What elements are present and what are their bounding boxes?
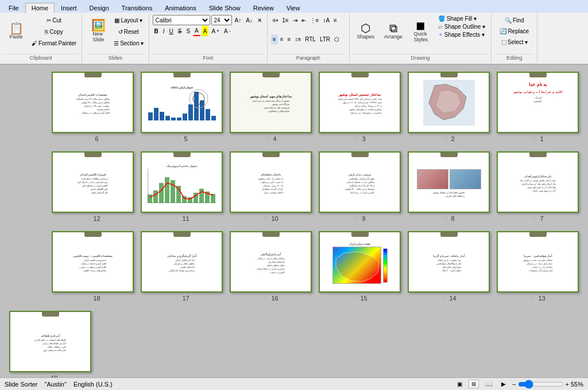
slide-star-7[interactable]: ☆ (532, 214, 537, 222)
arrange-button[interactable]: ⧉ Arrange (381, 15, 406, 47)
shape-effects-arrow[interactable]: ▾ (482, 32, 485, 38)
shape-fill-arrow[interactable]: ▾ (474, 15, 477, 22)
slide-thumb-1[interactable]: به نام خدا اقلیم و شرایط آب و هوایی بوشه… (497, 72, 579, 133)
slide-star-11[interactable]: ☆ (174, 214, 180, 222)
slide-thumb-5[interactable]: نمودار بارش ماهانه (141, 72, 223, 133)
slide-star-1[interactable]: ☆ (532, 135, 537, 142)
quick-styles-button[interactable]: ◼ QuickStyles (408, 15, 434, 47)
slide-thumb-3[interactable]: ساختار جمعیتی استان بوشهر ستاد دائمی بر … (319, 72, 401, 133)
slide-thumb-10[interactable]: بادهای منطقه‌ای باد شمال: باد خنک و مطبو… (230, 151, 312, 213)
slideshow-view-button[interactable]: ▶ (498, 380, 509, 388)
bold-button[interactable]: B (153, 26, 160, 36)
col-button[interactable]: ⋮≡ (308, 15, 321, 25)
slide-thumb-17[interactable]: آمار گردشگری و ساحلی آمار گردشگران استان… (141, 231, 223, 292)
increase-font-button[interactable]: A↑ (233, 15, 243, 25)
slide-thumb-12[interactable]: تغییرات اقلیمی استان بر اساس مطالعات انج… (52, 151, 134, 213)
highlight-button[interactable]: A (202, 26, 209, 36)
shadow-button[interactable]: S (184, 26, 192, 36)
slide-thumb-6[interactable]: مشخصات اقلیمی استان میانگین دمای سالانه … (52, 72, 134, 133)
find-button[interactable]: 🔍 Find (498, 15, 531, 25)
align-right-button[interactable]: ≡ (278, 34, 285, 45)
justify-button[interactable]: ≡ (286, 34, 293, 45)
tab-file[interactable]: File (2, 3, 25, 13)
slide-star-6[interactable]: ☆ (87, 135, 92, 142)
slide-sorter-view-button[interactable]: ⊞ (469, 380, 479, 388)
smartart-button[interactable]: ⬡ (332, 34, 341, 45)
slide-thumb-13[interactable]: آمار هواشناسی - سرما حداقل دمای ثبت شده … (497, 231, 579, 292)
slide-thumb-2[interactable] (408, 72, 490, 133)
zoom-out-button[interactable]: − (512, 381, 516, 388)
slide-thumb-16[interactable]: آمر بارش/پراکنش پراکنش مکانی بارش در است… (230, 231, 312, 292)
select-button[interactable]: ⬚ Select ▾ (498, 37, 531, 47)
slide-star-2[interactable]: ☆ (443, 135, 448, 142)
tab-transitions[interactable]: Transitions (115, 3, 158, 13)
indent-more-button[interactable]: ⇥ (291, 15, 299, 25)
slide-thumb-18[interactable]: مشخصات اقلیمی – زیست اقلیمی تقسیم‌بندی ا… (52, 231, 134, 292)
line-spacing-button[interactable]: ↕≡ (293, 34, 303, 45)
reset-button[interactable]: ↺ Reset (112, 26, 145, 37)
tab-animations[interactable]: Animations (158, 3, 202, 13)
slide-thumb-11[interactable]: نمودار منحنی امبروترمیک (141, 151, 223, 213)
new-slide-button[interactable]: 🖼️ NewSlide (86, 15, 111, 47)
slide-star-13[interactable]: ☆ (530, 294, 536, 302)
italic-button[interactable]: I (161, 26, 167, 36)
clear-format-button[interactable]: ✕ (256, 15, 264, 25)
cut-button[interactable]: ✂ Cut (30, 15, 78, 25)
font-size-select[interactable]: 24 (211, 15, 232, 25)
format-painter-button[interactable]: 🖌 Format Painter (30, 38, 78, 48)
underline-button[interactable]: U (168, 26, 175, 36)
slide-thumb-14[interactable]: آمار ماهانه - سرما و گرما دما، رطوبت، با… (408, 231, 490, 292)
tab-design[interactable]: Design (83, 3, 115, 13)
slide-thumb-4[interactable]: ساختارهای مهم استان بوشهر بوشهر از مراکز… (230, 72, 312, 133)
tab-slideshow[interactable]: Slide Show (203, 3, 247, 13)
slide-star-17[interactable]: ☆ (174, 294, 180, 302)
slide-star-9[interactable]: ☆ (354, 214, 359, 222)
slide-star-15[interactable]: ☆ (352, 294, 358, 302)
font-color-button[interactable]: A (193, 26, 200, 36)
font-family-select[interactable]: Calibri (153, 15, 210, 25)
section-button[interactable]: ☰ Section ▾ (112, 38, 145, 48)
align-left-button[interactable]: ≡ (332, 15, 339, 25)
slide-thumb-7[interactable]: بارز صادق/رئوس انسان ماری انسان طبیعی هو… (497, 151, 579, 213)
tab-review[interactable]: Review (247, 3, 280, 13)
tab-home[interactable]: Home (25, 3, 55, 13)
layout-button[interactable]: ▦ Layout ▾ (112, 15, 145, 25)
strikethrough-button[interactable]: S (176, 26, 184, 36)
copy-button[interactable]: ⎘ Copy (30, 26, 78, 37)
slide-star-4[interactable]: ☆ (265, 135, 270, 142)
numbering-button[interactable]: 1≡ (280, 15, 290, 25)
font-size-inc2-button[interactable]: A+ (210, 26, 221, 36)
slide-thumb-19[interactable]: آمر فرم طوفانی طوفان‌های استوایی در خلیج… (9, 311, 91, 372)
decrease-font-button[interactable]: A↓ (244, 15, 254, 25)
slide-star-14[interactable]: ☆ (441, 294, 447, 302)
slide-star-16[interactable]: ☆ (263, 294, 269, 302)
replace-button[interactable]: 🔄 Replace (498, 26, 531, 36)
indent-less-button[interactable]: ⇤ (300, 15, 308, 25)
ltr-button[interactable]: LTR (318, 34, 332, 45)
align-center-button[interactable]: ≡ (271, 34, 278, 45)
slide-star-12[interactable]: ☆ (85, 214, 91, 222)
slide-star-8[interactable]: ☆ (443, 214, 448, 222)
slide-star-5[interactable]: ☆ (176, 135, 181, 142)
shape-outline-arrow[interactable]: ▾ (482, 24, 485, 30)
font-size-dec2-button[interactable]: A- (222, 26, 232, 36)
zoom-slider[interactable] (518, 380, 564, 389)
tab-view[interactable]: View (280, 3, 307, 13)
paste-button[interactable]: 📋 Paste (3, 15, 29, 47)
rtl-button[interactable]: RTL (303, 34, 318, 45)
shapes-button[interactable]: ⬡ Shapes (353, 15, 378, 47)
slide-thumb-15[interactable]: نقشه حرارتی ایران (319, 231, 401, 292)
slide-star-10[interactable]: ☆ (263, 214, 269, 222)
tab-insert[interactable]: Insert (55, 3, 83, 13)
slide-star-3[interactable]: ☆ (354, 135, 359, 142)
shape-fill-button[interactable]: 🪣 Shape Fill ▾ (436, 15, 488, 22)
slide-thumb-9[interactable]: بررسی دما و بارش طبق آمار سازمان هواشناس… (319, 151, 401, 213)
slide-thumb-8[interactable]: تصاویر ماهواره‌ای از سواحل بوشهر و منطقه… (408, 151, 490, 213)
shape-outline-button[interactable]: ▱ Shape Outline ▾ (436, 23, 488, 30)
reading-view-button[interactable]: 📖 (482, 380, 495, 388)
normal-view-button[interactable]: ▣ (454, 380, 465, 388)
slide-star-18[interactable]: ☆ (85, 294, 91, 302)
shape-effects-button[interactable]: ✦ Shape Effects ▾ (436, 31, 488, 38)
zoom-in-button[interactable]: + (566, 381, 569, 388)
bullets-button[interactable]: ≡• (271, 15, 280, 25)
